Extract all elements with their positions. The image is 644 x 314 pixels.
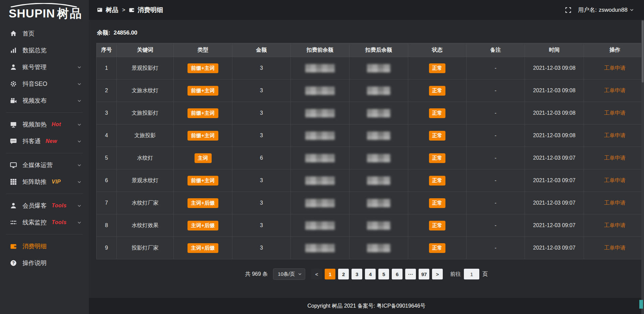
screen-icon bbox=[10, 121, 17, 128]
sidebar-item-help[interactable]: ?操作说明 bbox=[0, 255, 89, 271]
page-buttons: 123456···97 bbox=[325, 269, 429, 279]
page-button-5[interactable]: 5 bbox=[378, 269, 389, 279]
table-header-row: 序号关键词类型金额扣费前余额扣费后余额状态备注时间操作 bbox=[97, 43, 644, 57]
corner-widget[interactable] bbox=[639, 300, 643, 309]
consume-table: 序号关键词类型金额扣费前余额扣费后余额状态备注时间操作 1景观投影灯前缀+主词3… bbox=[96, 43, 644, 259]
logo-text: SHUPIN树品 bbox=[9, 7, 89, 19]
cell-amount: 3 bbox=[232, 57, 291, 80]
cell-keyword: 文旅水纹灯 bbox=[117, 80, 174, 102]
masked-balance-after bbox=[367, 199, 390, 207]
type-badge: 主词+后缀 bbox=[187, 221, 218, 230]
breadcrumb-current: 消费明细 bbox=[138, 6, 163, 14]
type-badge: 主词 bbox=[195, 153, 212, 163]
header-right: 用户名: zswodun88 bbox=[565, 6, 634, 14]
page-button-3[interactable]: 3 bbox=[352, 269, 362, 279]
sidebar-item-heat[interactable]: 视频加热Hot bbox=[0, 116, 89, 133]
type-badge: 前缀+主词 bbox=[187, 63, 218, 73]
cell-keyword: 文旅投影灯 bbox=[117, 102, 174, 124]
masked-balance-before bbox=[305, 244, 335, 252]
sidebar-item-matrix[interactable]: 矩阵助推VIP bbox=[0, 173, 89, 190]
chevron-down-icon bbox=[77, 220, 82, 225]
cell-remark: - bbox=[467, 80, 525, 102]
cell-amount: 3 bbox=[232, 214, 291, 237]
cell-index: 3 bbox=[97, 102, 117, 124]
cell-keyword: 水纹灯效果 bbox=[117, 214, 174, 237]
sidebar-divider bbox=[6, 153, 83, 153]
cell-index: 5 bbox=[97, 147, 117, 169]
type-badge: 前缀+主词 bbox=[187, 176, 218, 186]
action-link[interactable]: 工单申请 bbox=[604, 177, 626, 183]
page-button-97[interactable]: 97 bbox=[419, 269, 429, 279]
sidebar-item-home[interactable]: 首页 bbox=[0, 25, 89, 42]
sidebar-item-consume[interactable]: 消费明细 bbox=[0, 238, 89, 255]
sidebar-item-seo[interactable]: 抖音SEO bbox=[0, 75, 89, 92]
masked-balance-after bbox=[367, 176, 390, 185]
fullscreen-icon[interactable] bbox=[565, 7, 571, 13]
masked-balance-before bbox=[305, 132, 335, 140]
action-link[interactable]: 工单申请 bbox=[604, 155, 626, 161]
sidebar-item-overview[interactable]: 数据总览 bbox=[0, 42, 89, 59]
masked-balance-before bbox=[305, 176, 335, 185]
cell-time: 2021-12-03 09:07 bbox=[525, 169, 584, 192]
page-button-1[interactable]: 1 bbox=[325, 269, 335, 279]
sidebar-item-member[interactable]: 会员爆客Tools bbox=[0, 197, 89, 214]
sidebar: SHUPIN树品 首页数据总览账号管理抖音SEO视频发布视频加热Hot抖客通Ne… bbox=[0, 0, 89, 314]
cell-time: 2021-12-03 09:08 bbox=[525, 102, 584, 124]
page-size-select[interactable]: 10条/页 bbox=[273, 268, 305, 280]
goto-page-input[interactable] bbox=[464, 269, 479, 279]
sidebar-item-publish[interactable]: 视频发布 bbox=[0, 92, 89, 109]
cell-amount: 3 bbox=[232, 169, 291, 192]
cell-keyword: 水纹灯 bbox=[117, 147, 174, 169]
table-row: 3文旅投影灯前缀+主词3正常-2021-12-03 09:08工单申请 bbox=[97, 102, 644, 124]
sidebar-item-badge: Hot bbox=[52, 121, 61, 127]
sidebar-item-label: 数据总览 bbox=[22, 46, 47, 54]
brand-logo[interactable]: SHUPIN树品 bbox=[0, 0, 89, 20]
scrollbar-thumb[interactable] bbox=[642, 20, 644, 83]
cell-time: 2021-12-03 09:07 bbox=[525, 237, 584, 259]
status-badge: 正常 bbox=[429, 243, 445, 253]
cell-time: 2021-12-03 09:08 bbox=[525, 57, 584, 80]
chevron-down-icon bbox=[298, 272, 302, 276]
main-content: 余额:24856.00 序号关键词类型金额扣费前余额扣费后余额状态备注时间操作 … bbox=[89, 20, 644, 314]
action-link[interactable]: 工单申请 bbox=[604, 133, 626, 138]
username: zswodun88 bbox=[599, 7, 628, 13]
masked-balance-before bbox=[305, 221, 335, 230]
column-header: 扣费后余额 bbox=[350, 43, 408, 57]
column-header: 关键词 bbox=[117, 43, 174, 57]
user-menu[interactable]: 用户名: zswodun88 bbox=[578, 6, 634, 14]
sidebar-item-account[interactable]: 账号管理 bbox=[0, 59, 89, 75]
chart-icon bbox=[10, 47, 17, 54]
question-icon: ? bbox=[10, 260, 17, 266]
table-row: 8水纹灯效果主词+后缀3正常-2021-12-03 09:07工单申请 bbox=[97, 214, 644, 237]
sidebar-item-label: 视频发布 bbox=[22, 97, 47, 105]
next-page-button[interactable]: > bbox=[432, 269, 443, 279]
action-link[interactable]: 工单申请 bbox=[604, 200, 626, 206]
cell-remark: - bbox=[467, 237, 525, 259]
sidebar-item-douketong[interactable]: 抖客通New bbox=[0, 133, 89, 150]
sidebar-item-label: 操作说明 bbox=[22, 259, 47, 267]
cell-keyword: 水纹灯厂家 bbox=[117, 192, 174, 214]
scrollbar[interactable] bbox=[641, 20, 644, 314]
prev-page-button[interactable]: < bbox=[311, 269, 322, 279]
status-badge: 正常 bbox=[429, 63, 445, 73]
type-badge: 前缀+主词 bbox=[187, 108, 218, 118]
column-header: 操作 bbox=[584, 43, 644, 57]
cell-index: 6 bbox=[97, 169, 117, 192]
action-link[interactable]: 工单申请 bbox=[604, 88, 626, 93]
breadcrumb-root[interactable]: 树品 bbox=[106, 6, 118, 14]
sidebar-item-media[interactable]: 全媒体运营 bbox=[0, 157, 89, 173]
action-link[interactable]: 工单申请 bbox=[604, 110, 626, 116]
page-button-4[interactable]: 4 bbox=[365, 269, 376, 279]
sidebar-item-clue[interactable]: 线索监控Tools bbox=[0, 214, 89, 231]
cell-remark: - bbox=[467, 124, 525, 147]
type-badge: 前缀+主词 bbox=[187, 86, 218, 96]
action-link[interactable]: 工单申请 bbox=[604, 65, 626, 71]
page-button-2[interactable]: 2 bbox=[338, 269, 349, 279]
table-row: 2文旅水纹灯前缀+主词3正常-2021-12-03 09:08工单申请 bbox=[97, 80, 644, 102]
masked-balance-before bbox=[305, 199, 335, 207]
action-link[interactable]: 工单申请 bbox=[604, 245, 626, 251]
more-pages-button[interactable]: ··· bbox=[405, 269, 416, 279]
table-row: 6景观水纹灯前缀+主词3正常-2021-12-03 09:07工单申请 bbox=[97, 169, 644, 192]
action-link[interactable]: 工单申请 bbox=[604, 222, 626, 228]
page-button-6[interactable]: 6 bbox=[392, 269, 402, 279]
